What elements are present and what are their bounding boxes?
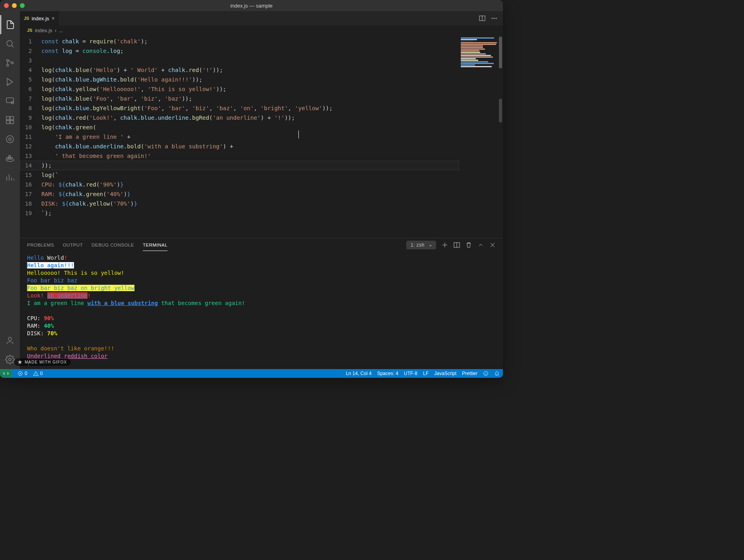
code-content[interactable]: DISK: ${chalk.yellow('70%')} — [41, 199, 459, 208]
minimize-window-button[interactable] — [12, 3, 17, 8]
code-line[interactable]: 19`); — [20, 208, 459, 218]
extensions-icon[interactable] — [0, 111, 19, 130]
code-line[interactable]: 13 ' that becomes green again!' — [20, 151, 459, 161]
svg-point-3 — [12, 62, 14, 64]
remote-explorer-icon[interactable] — [0, 91, 19, 111]
search-icon[interactable] — [0, 34, 19, 53]
svg-point-22 — [494, 18, 495, 19]
source-control-icon[interactable] — [0, 53, 19, 72]
close-window-button[interactable] — [4, 3, 9, 8]
code-editor[interactable]: 1const chalk = require('chalk');2const l… — [20, 35, 459, 238]
code-content[interactable]: )); — [41, 161, 459, 170]
code-content[interactable]: const log = console.log; — [41, 46, 459, 56]
panel-tab-terminal[interactable]: TERMINAL — [143, 239, 167, 251]
close-panel-icon[interactable] — [489, 242, 496, 248]
status-formatter[interactable]: Prettier — [462, 371, 477, 376]
line-number: 5 — [20, 75, 41, 84]
more-actions-icon[interactable] — [491, 15, 497, 21]
status-warnings[interactable]: 0 — [33, 371, 43, 376]
svg-point-0 — [7, 41, 12, 46]
explorer-icon[interactable] — [0, 15, 19, 34]
code-content[interactable]: log(chalk.blue.bgYellowBright('Foo', 'ba… — [41, 103, 459, 113]
maximize-panel-icon[interactable] — [477, 242, 484, 248]
code-line[interactable]: 3 — [20, 56, 459, 65]
code-line[interactable]: 7log(chalk.blue('Foo', 'bar', 'biz', 'ba… — [20, 94, 459, 103]
main-area: JS index.js × JS index.js › . — [0, 11, 503, 369]
terminal-line: Hello again!!! — [27, 262, 496, 269]
code-content[interactable]: log(chalk.green( — [41, 122, 459, 132]
traffic-lights — [4, 3, 25, 8]
code-line[interactable]: 8log(chalk.blue.bgYellowBright('Foo', 'b… — [20, 103, 459, 113]
code-line[interactable]: 2const log = console.log; — [20, 46, 459, 56]
status-eol[interactable]: LF — [423, 371, 428, 376]
status-cursor[interactable]: Ln 14, Col 4 — [346, 371, 372, 376]
breadcrumb[interactable]: JS index.js › ... — [20, 25, 503, 35]
minimap[interactable] — [459, 35, 503, 238]
code-content[interactable]: ' that becomes green again!' — [41, 151, 459, 161]
accounts-icon[interactable] — [0, 331, 19, 350]
code-line[interactable]: 17RAM: ${chalk.green('40%')} — [20, 189, 459, 199]
code-content[interactable]: log(chalk.blue('Foo', 'bar', 'biz', 'baz… — [41, 94, 459, 103]
code-content[interactable] — [41, 56, 459, 65]
editor-tabs: JS index.js × — [20, 11, 503, 25]
code-line[interactable]: 11 'I am a green line ' + — [20, 132, 459, 142]
code-content[interactable]: `); — [41, 208, 459, 218]
line-number: 13 — [20, 151, 41, 161]
status-encoding[interactable]: UTF-8 — [404, 371, 417, 376]
code-line[interactable]: 16CPU: ${chalk.red('90%')} — [20, 180, 459, 189]
titlebar[interactable]: index.js — sample — [0, 0, 503, 11]
status-bell-icon[interactable] — [494, 371, 500, 376]
docker-icon[interactable] — [0, 149, 19, 168]
breadcrumb-sep: › — [55, 27, 56, 33]
terminal-select[interactable]: 1: zsh — [406, 241, 436, 249]
code-line[interactable]: 15log(` — [20, 170, 459, 180]
remote-indicator[interactable] — [0, 369, 12, 378]
tab-index-js[interactable]: JS index.js × — [20, 11, 59, 25]
js-file-icon: JS — [24, 16, 29, 21]
code-content[interactable]: RAM: ${chalk.green('40%')} — [41, 189, 459, 199]
code-content[interactable]: log(chalk.yellow('Hellooooo!', 'This is … — [41, 84, 459, 94]
code-content[interactable]: chalk.blue.underline.bold('with a blue s… — [41, 142, 459, 151]
scrollbar-thumb[interactable] — [499, 99, 502, 122]
panel-tab-debug-console[interactable]: DEBUG CONSOLE — [92, 239, 134, 251]
status-spaces[interactable]: Spaces: 4 — [377, 371, 398, 376]
svg-rect-16 — [9, 156, 10, 157]
terminal-output[interactable]: Hello World!Hello again!!!Hellooooo! Thi… — [20, 252, 503, 369]
status-errors[interactable]: 0 — [18, 371, 27, 376]
code-line[interactable]: 1const chalk = require('chalk'); — [20, 37, 459, 46]
scrollbar-track[interactable] — [498, 35, 503, 238]
code-content[interactable]: log(chalk.red('Look!', chalk.blue.underl… — [41, 113, 459, 122]
split-editor-icon[interactable] — [479, 15, 485, 21]
run-debug-icon[interactable] — [0, 72, 19, 91]
status-language[interactable]: JavaScript — [434, 371, 456, 376]
close-tab-icon[interactable]: × — [52, 15, 55, 21]
status-feedback-icon[interactable] — [483, 371, 489, 376]
graph-icon[interactable] — [0, 168, 19, 187]
code-line[interactable]: 4log(chalk.blue('Hello') + ' World' + ch… — [20, 65, 459, 75]
panel-tab-output[interactable]: OUTPUT — [63, 239, 83, 251]
new-terminal-icon[interactable] — [442, 242, 448, 248]
editor-body[interactable]: 1const chalk = require('chalk');2const l… — [20, 35, 503, 238]
code-line[interactable]: 9log(chalk.red('Look!', chalk.blue.under… — [20, 113, 459, 122]
code-line[interactable]: 10log(chalk.green( — [20, 122, 459, 132]
code-content[interactable]: log(chalk.blue.bgWhite.bold('Hello again… — [41, 75, 459, 84]
code-content[interactable]: CPU: ${chalk.red('90%')} — [41, 180, 459, 189]
code-content[interactable]: log(chalk.blue('Hello') + ' World' + cha… — [41, 65, 459, 75]
code-line[interactable]: 14)); — [20, 161, 459, 170]
gitlens-icon[interactable] — [0, 130, 19, 149]
panel-tab-problems[interactable]: PROBLEMS — [27, 239, 54, 251]
code-content[interactable]: 'I am a green line ' + — [41, 132, 459, 142]
code-content[interactable]: log(` — [41, 170, 459, 180]
line-number: 6 — [20, 84, 41, 94]
split-terminal-icon[interactable] — [454, 242, 460, 248]
maximize-window-button[interactable] — [20, 3, 25, 8]
code-content[interactable]: const chalk = require('chalk'); — [41, 37, 459, 46]
scrollbar-thumb[interactable] — [499, 37, 502, 68]
code-line[interactable]: 6log(chalk.yellow('Hellooooo!', 'This is… — [20, 84, 459, 94]
status-errors-count: 0 — [25, 371, 27, 376]
code-line[interactable]: 5log(chalk.blue.bgWhite.bold('Hello agai… — [20, 75, 459, 84]
tab-label: index.js — [31, 16, 49, 21]
kill-terminal-icon[interactable] — [465, 242, 472, 248]
code-line[interactable]: 18DISK: ${chalk.yellow('70%')} — [20, 199, 459, 208]
code-line[interactable]: 12 chalk.blue.underline.bold('with a blu… — [20, 142, 459, 151]
